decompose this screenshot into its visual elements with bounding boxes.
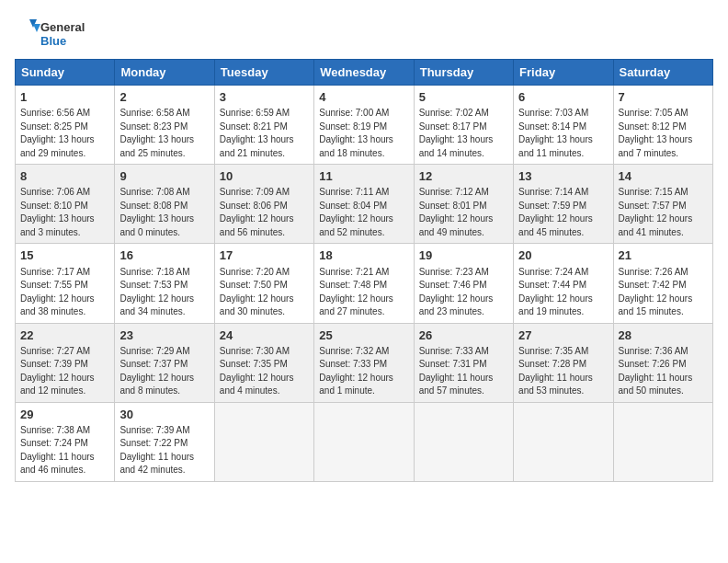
- day-detail: Sunrise: 7:20 AMSunset: 7:50 PMDaylight:…: [220, 266, 309, 319]
- day-number: 6: [518, 89, 608, 106]
- day-number: 14: [619, 168, 708, 185]
- calendar-day-cell: 4Sunrise: 7:00 AMSunset: 8:19 PMDaylight…: [314, 86, 414, 165]
- day-detail: Sunrise: 7:24 AMSunset: 7:44 PMDaylight:…: [518, 266, 608, 319]
- column-header-monday: Monday: [115, 60, 214, 86]
- day-detail: Sunrise: 7:00 AMSunset: 8:19 PMDaylight:…: [319, 107, 408, 160]
- day-detail: Sunrise: 7:02 AMSunset: 8:17 PMDaylight:…: [419, 107, 508, 160]
- day-number: 23: [119, 327, 209, 344]
- column-header-sunday: Sunday: [16, 60, 115, 86]
- calendar-week-row: 8Sunrise: 7:06 AMSunset: 8:10 PMDaylight…: [16, 165, 713, 244]
- calendar-day-cell: 26Sunrise: 7:33 AMSunset: 7:31 PMDayligh…: [414, 323, 513, 402]
- calendar-day-cell: [414, 402, 513, 481]
- day-number: 21: [619, 247, 708, 264]
- calendar-day-cell: 11Sunrise: 7:11 AMSunset: 8:04 PMDayligh…: [314, 165, 414, 244]
- calendar-day-cell: 23Sunrise: 7:29 AMSunset: 7:37 PMDayligh…: [115, 323, 214, 402]
- calendar-day-cell: 27Sunrise: 7:35 AMSunset: 7:28 PMDayligh…: [514, 323, 613, 402]
- calendar-day-cell: 15Sunrise: 7:17 AMSunset: 7:55 PMDayligh…: [16, 244, 115, 323]
- calendar-day-cell: 5Sunrise: 7:02 AMSunset: 8:17 PMDaylight…: [414, 86, 513, 165]
- svg-text:Blue: Blue: [40, 34, 66, 48]
- day-detail: Sunrise: 7:21 AMSunset: 7:48 PMDaylight:…: [319, 266, 408, 319]
- column-header-wednesday: Wednesday: [314, 60, 414, 86]
- day-number: 12: [419, 168, 508, 185]
- day-number: 17: [220, 247, 309, 264]
- day-number: 3: [220, 89, 309, 106]
- day-detail: Sunrise: 7:39 AMSunset: 7:22 PMDaylight:…: [119, 424, 209, 477]
- day-detail: Sunrise: 7:38 AMSunset: 7:24 PMDaylight:…: [20, 424, 109, 477]
- day-detail: Sunrise: 7:29 AMSunset: 7:37 PMDaylight:…: [119, 345, 209, 398]
- day-detail: Sunrise: 7:17 AMSunset: 7:55 PMDaylight:…: [20, 266, 109, 319]
- calendar-day-cell: 18Sunrise: 7:21 AMSunset: 7:48 PMDayligh…: [314, 244, 414, 323]
- day-detail: Sunrise: 7:30 AMSunset: 7:35 PMDaylight:…: [220, 345, 309, 398]
- calendar-day-cell: 7Sunrise: 7:05 AMSunset: 8:12 PMDaylight…: [613, 86, 712, 165]
- day-number: 24: [220, 327, 309, 344]
- day-detail: Sunrise: 7:36 AMSunset: 7:26 PMDaylight:…: [619, 345, 708, 398]
- calendar-day-cell: 19Sunrise: 7:23 AMSunset: 7:46 PMDayligh…: [414, 244, 513, 323]
- day-number: 18: [319, 247, 408, 264]
- day-number: 2: [119, 89, 209, 106]
- calendar-day-cell: [314, 402, 414, 481]
- day-detail: Sunrise: 7:12 AMSunset: 8:01 PMDaylight:…: [419, 186, 508, 239]
- day-number: 26: [419, 327, 508, 344]
- day-number: 22: [20, 327, 109, 344]
- day-detail: Sunrise: 7:26 AMSunset: 7:42 PMDaylight:…: [619, 266, 708, 319]
- day-number: 15: [20, 247, 109, 264]
- calendar-day-cell: 3Sunrise: 6:59 AMSunset: 8:21 PMDaylight…: [214, 86, 313, 165]
- calendar-day-cell: 30Sunrise: 7:39 AMSunset: 7:22 PMDayligh…: [115, 402, 214, 481]
- day-detail: Sunrise: 7:32 AMSunset: 7:33 PMDaylight:…: [319, 345, 408, 398]
- calendar-day-cell: 21Sunrise: 7:26 AMSunset: 7:42 PMDayligh…: [613, 244, 712, 323]
- calendar-day-cell: 29Sunrise: 7:38 AMSunset: 7:24 PMDayligh…: [16, 402, 115, 481]
- calendar-day-cell: 16Sunrise: 7:18 AMSunset: 7:53 PMDayligh…: [115, 244, 214, 323]
- day-detail: Sunrise: 6:59 AMSunset: 8:21 PMDaylight:…: [220, 107, 309, 160]
- day-detail: Sunrise: 7:14 AMSunset: 7:59 PMDaylight:…: [518, 186, 608, 239]
- day-number: 10: [220, 168, 309, 185]
- day-number: 30: [119, 407, 209, 423]
- calendar-week-row: 22Sunrise: 7:27 AMSunset: 7:39 PMDayligh…: [16, 323, 713, 402]
- page-header: General Blue: [15, 15, 713, 52]
- calendar-day-cell: 1Sunrise: 6:56 AMSunset: 8:25 PMDaylight…: [16, 86, 115, 165]
- calendar-day-cell: [514, 402, 613, 481]
- calendar-table: SundayMondayTuesdayWednesdayThursdayFrid…: [15, 59, 713, 482]
- day-detail: Sunrise: 7:23 AMSunset: 7:46 PMDaylight:…: [419, 266, 508, 319]
- day-number: 25: [319, 327, 408, 344]
- calendar-day-cell: 6Sunrise: 7:03 AMSunset: 8:14 PMDaylight…: [514, 86, 613, 165]
- svg-marker-3: [33, 24, 40, 32]
- day-detail: Sunrise: 6:56 AMSunset: 8:25 PMDaylight:…: [20, 107, 109, 160]
- day-number: 19: [419, 247, 508, 264]
- calendar-day-cell: 10Sunrise: 7:09 AMSunset: 8:06 PMDayligh…: [214, 165, 313, 244]
- calendar-day-cell: [214, 402, 313, 481]
- day-detail: Sunrise: 7:08 AMSunset: 8:08 PMDaylight:…: [119, 186, 209, 239]
- column-header-saturday: Saturday: [613, 60, 712, 86]
- logo-svg: General Blue: [15, 15, 88, 52]
- day-detail: Sunrise: 7:06 AMSunset: 8:10 PMDaylight:…: [20, 186, 109, 239]
- day-number: 9: [119, 168, 209, 185]
- calendar-day-cell: 24Sunrise: 7:30 AMSunset: 7:35 PMDayligh…: [214, 323, 313, 402]
- day-detail: Sunrise: 7:27 AMSunset: 7:39 PMDaylight:…: [20, 345, 109, 398]
- day-number: 11: [319, 168, 408, 185]
- day-number: 8: [20, 168, 109, 185]
- day-number: 4: [319, 89, 408, 106]
- calendar-day-cell: 8Sunrise: 7:06 AMSunset: 8:10 PMDaylight…: [16, 165, 115, 244]
- calendar-day-cell: 9Sunrise: 7:08 AMSunset: 8:08 PMDaylight…: [115, 165, 214, 244]
- day-detail: Sunrise: 7:15 AMSunset: 7:57 PMDaylight:…: [619, 186, 708, 239]
- calendar-day-cell: 2Sunrise: 6:58 AMSunset: 8:23 PMDaylight…: [115, 86, 214, 165]
- calendar-week-row: 1Sunrise: 6:56 AMSunset: 8:25 PMDaylight…: [16, 86, 713, 165]
- day-number: 28: [619, 327, 708, 344]
- day-detail: Sunrise: 7:09 AMSunset: 8:06 PMDaylight:…: [220, 186, 309, 239]
- day-number: 16: [119, 247, 209, 264]
- calendar-header-row: SundayMondayTuesdayWednesdayThursdayFrid…: [16, 60, 713, 86]
- day-detail: Sunrise: 7:03 AMSunset: 8:14 PMDaylight:…: [518, 107, 608, 160]
- column-header-tuesday: Tuesday: [214, 60, 313, 86]
- calendar-day-cell: 12Sunrise: 7:12 AMSunset: 8:01 PMDayligh…: [414, 165, 513, 244]
- column-header-thursday: Thursday: [414, 60, 513, 86]
- calendar-day-cell: 28Sunrise: 7:36 AMSunset: 7:26 PMDayligh…: [613, 323, 712, 402]
- day-number: 20: [518, 247, 608, 264]
- day-detail: Sunrise: 6:58 AMSunset: 8:23 PMDaylight:…: [119, 107, 209, 160]
- calendar-day-cell: 20Sunrise: 7:24 AMSunset: 7:44 PMDayligh…: [514, 244, 613, 323]
- day-number: 5: [419, 89, 508, 106]
- day-number: 7: [619, 89, 708, 106]
- day-detail: Sunrise: 7:18 AMSunset: 7:53 PMDaylight:…: [119, 266, 209, 319]
- day-detail: Sunrise: 7:35 AMSunset: 7:28 PMDaylight:…: [518, 345, 608, 398]
- day-number: 29: [20, 407, 109, 423]
- day-detail: Sunrise: 7:05 AMSunset: 8:12 PMDaylight:…: [619, 107, 708, 160]
- calendar-week-row: 29Sunrise: 7:38 AMSunset: 7:24 PMDayligh…: [16, 402, 713, 481]
